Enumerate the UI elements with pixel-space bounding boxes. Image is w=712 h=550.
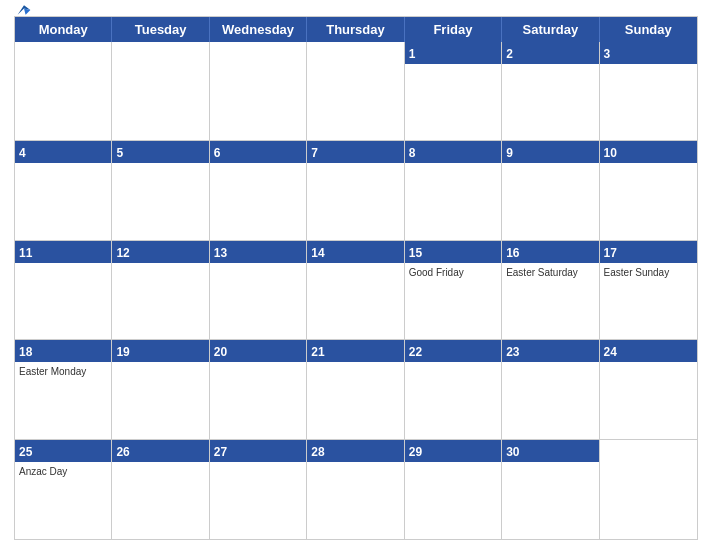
day-number: 26 [116, 445, 129, 459]
logo-bird-icon [16, 3, 32, 17]
calendar-cell: 27 [210, 440, 307, 539]
calendar-cell: 9 [502, 141, 599, 240]
day-number: 21 [311, 345, 324, 359]
calendar-cell: 24 [600, 340, 697, 439]
weekday-header-thursday: Thursday [307, 17, 404, 42]
day-number: 10 [604, 146, 617, 160]
weekday-header-row: MondayTuesdayWednesdayThursdayFridaySatu… [15, 17, 697, 42]
day-number: 27 [214, 445, 227, 459]
calendar-cell: 4 [15, 141, 112, 240]
weekday-header-friday: Friday [405, 17, 502, 42]
day-number: 4 [19, 146, 26, 160]
day-number: 24 [604, 345, 617, 359]
calendar-cell: 22 [405, 340, 502, 439]
page: MondayTuesdayWednesdayThursdayFridaySatu… [0, 0, 712, 550]
day-number: 29 [409, 445, 422, 459]
calendar-cell: 10 [600, 141, 697, 240]
day-number: 12 [116, 246, 129, 260]
day-number: 14 [311, 246, 324, 260]
day-number: 2 [506, 47, 513, 61]
calendar-cell: 30 [502, 440, 599, 539]
day-number: 30 [506, 445, 519, 459]
day-number: 20 [214, 345, 227, 359]
calendar-cell: 6 [210, 141, 307, 240]
calendar-cell: 17Easter Sunday [600, 241, 697, 340]
calendar-cell: 21 [307, 340, 404, 439]
calendar-cell [15, 42, 112, 141]
calendar-cell: 3 [600, 42, 697, 141]
holiday-name: Anzac Day [19, 466, 107, 477]
logo [14, 3, 32, 17]
day-number: 25 [19, 445, 32, 459]
day-number: 16 [506, 246, 519, 260]
calendar-cell: 13 [210, 241, 307, 340]
calendar-cell: 29 [405, 440, 502, 539]
weekday-header-tuesday: Tuesday [112, 17, 209, 42]
day-number: 15 [409, 246, 422, 260]
calendar-cell: 16Easter Saturday [502, 241, 599, 340]
day-number: 7 [311, 146, 318, 160]
calendar-cell: 1 [405, 42, 502, 141]
day-number: 19 [116, 345, 129, 359]
day-number: 3 [604, 47, 611, 61]
calendar-cell: 14 [307, 241, 404, 340]
calendar-cell: 2 [502, 42, 599, 141]
calendar-cell: 19 [112, 340, 209, 439]
calendar-cell: 7 [307, 141, 404, 240]
weekday-header-saturday: Saturday [502, 17, 599, 42]
calendar-week-4: 18Easter Monday192021222324 [15, 340, 697, 439]
calendar-cell: 28 [307, 440, 404, 539]
holiday-name: Good Friday [409, 267, 497, 278]
day-number: 5 [116, 146, 123, 160]
calendar-cell: 26 [112, 440, 209, 539]
calendar-body: 123456789101112131415Good Friday16Easter… [15, 42, 697, 539]
day-number: 1 [409, 47, 416, 61]
day-number: 8 [409, 146, 416, 160]
calendar-cell: 23 [502, 340, 599, 439]
calendar-week-3: 1112131415Good Friday16Easter Saturday17… [15, 241, 697, 340]
day-number: 23 [506, 345, 519, 359]
calendar-cell: 25Anzac Day [15, 440, 112, 539]
day-number: 9 [506, 146, 513, 160]
calendar-week-5: 25Anzac Day2627282930 [15, 440, 697, 539]
day-number: 22 [409, 345, 422, 359]
calendar-cell: 20 [210, 340, 307, 439]
calendar-cell: 12 [112, 241, 209, 340]
calendar: MondayTuesdayWednesdayThursdayFridaySatu… [14, 16, 698, 540]
day-number: 18 [19, 345, 32, 359]
calendar-cell [112, 42, 209, 141]
day-number: 6 [214, 146, 221, 160]
logo-blue [14, 3, 32, 17]
day-number: 28 [311, 445, 324, 459]
calendar-cell [210, 42, 307, 141]
calendar-week-1: 123 [15, 42, 697, 141]
calendar-cell: 15Good Friday [405, 241, 502, 340]
holiday-name: Easter Sunday [604, 267, 693, 278]
weekday-header-monday: Monday [15, 17, 112, 42]
calendar-cell [600, 440, 697, 539]
holiday-name: Easter Monday [19, 366, 107, 377]
calendar-week-2: 45678910 [15, 141, 697, 240]
weekday-header-sunday: Sunday [600, 17, 697, 42]
holiday-name: Easter Saturday [506, 267, 594, 278]
day-number: 17 [604, 246, 617, 260]
calendar-cell: 11 [15, 241, 112, 340]
calendar-cell: 18Easter Monday [15, 340, 112, 439]
calendar-cell: 5 [112, 141, 209, 240]
day-number: 13 [214, 246, 227, 260]
weekday-header-wednesday: Wednesday [210, 17, 307, 42]
day-number: 11 [19, 246, 32, 260]
calendar-cell [307, 42, 404, 141]
calendar-cell: 8 [405, 141, 502, 240]
